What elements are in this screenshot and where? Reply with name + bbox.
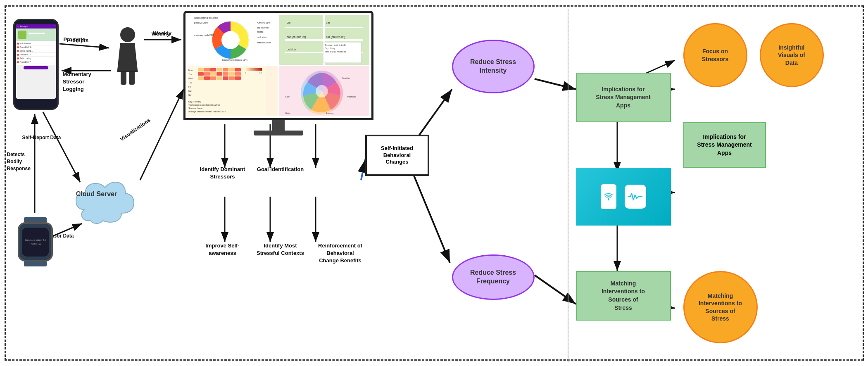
svg-rect-69 xyxy=(210,72,216,76)
monitor-base xyxy=(254,131,303,135)
svg-text:bad weather: bad weather xyxy=(257,41,271,44)
identify-dominant-label: Identify Dominant Stressors xyxy=(196,166,250,181)
svg-rect-70 xyxy=(216,72,222,76)
svg-text:sick child: sick child xyxy=(257,36,267,38)
svg-text:Night: Night xyxy=(285,112,290,114)
watch-body: Episodes today: 11 Privacy: ●●● xyxy=(18,222,53,261)
svg-text:0.8: 0.8 xyxy=(259,72,262,74)
donut-chart: Others 11% no internet traffic sick chil… xyxy=(188,15,278,65)
svg-rect-60 xyxy=(198,68,204,71)
phone-device: ← Prompts Not stressed Probably 29... Se… xyxy=(13,19,59,110)
implications-box: Implications for Stress Management Apps xyxy=(576,73,671,122)
section-divider xyxy=(568,9,568,362)
svg-text:Late: Late xyxy=(285,95,290,98)
svg-rect-75 xyxy=(204,76,210,80)
cloud-label: Cloud Server xyxy=(55,190,138,198)
svg-line-8 xyxy=(140,89,183,180)
svg-text:Wed: Wed xyxy=(188,77,193,80)
svg-point-27 xyxy=(221,31,240,49)
svg-rect-65 xyxy=(229,68,235,71)
svg-text:Day: Friday: Day: Friday xyxy=(325,47,335,50)
main-diagram: ← Prompts Not stressed Probably 29... Se… xyxy=(5,5,864,361)
matching-interventions-box: Matching Interventions to Sources of Str… xyxy=(576,271,671,321)
svg-text:Fri: Fri xyxy=(188,86,191,88)
svg-rect-61 xyxy=(204,68,210,71)
phone-screen-map xyxy=(16,29,56,41)
phone-screen-list: Not stressed Probably 29... Select ratin… xyxy=(16,41,56,65)
svg-line-18 xyxy=(535,79,576,89)
watch-band-bottom xyxy=(24,261,47,266)
weekly-arrow-label: Weekly xyxy=(153,30,172,36)
svg-rect-77 xyxy=(216,76,222,80)
svg-rect-68 xyxy=(204,72,210,76)
svg-text:Morning: Morning xyxy=(342,77,350,79)
phone-button xyxy=(24,66,48,69)
svg-text:no internet: no internet xyxy=(257,26,269,29)
phone-icon xyxy=(601,184,616,209)
svg-text:Average stressed minutes per h: Average stressed minutes per hour: 5.42 xyxy=(188,110,226,113)
svg-text:positive 25%: positive 25% xyxy=(194,21,209,24)
person-body xyxy=(117,43,138,72)
person-leg-right xyxy=(129,72,135,85)
phone-screen-title: Prompts xyxy=(20,25,28,28)
svg-rect-73 xyxy=(235,72,241,76)
monitor: Others 11% no internet traffic sick chil… xyxy=(183,11,373,139)
person-legs xyxy=(113,72,142,85)
reinforcement-label: Reinforcement of Behavioral Change Benef… xyxy=(309,242,371,265)
goal-identification-label: Goal Identification xyxy=(254,166,307,173)
svg-line-15 xyxy=(361,159,365,180)
svg-text:Afternoon: Afternoon xyxy=(347,95,356,98)
svg-text:approaching deadline: approaching deadline xyxy=(194,17,218,19)
phone-icon-group xyxy=(601,184,616,209)
cloud-svg xyxy=(55,172,138,230)
list-item: Probably 29... xyxy=(17,45,55,49)
phone-screen: ← Prompts Not stressed Probably 29... Se… xyxy=(16,24,56,99)
svg-rect-79 xyxy=(229,76,235,80)
identify-stressful-label: Identify Most Stressful Contexts xyxy=(252,242,309,257)
cloud-server: Cloud Server xyxy=(55,172,138,230)
improve-self-awareness-label: Improve Self- awareness xyxy=(194,242,252,257)
visualizations-label: Visualizations xyxy=(119,117,151,143)
svg-line-19 xyxy=(535,275,576,304)
svg-text:Sat: Sat xyxy=(188,90,192,92)
svg-text:Thu: Thu xyxy=(188,81,192,84)
watch-icon xyxy=(625,185,646,209)
list-item: Probably 37 xyxy=(17,60,55,64)
person-leg-left xyxy=(121,72,126,85)
svg-rect-74 xyxy=(198,76,204,80)
svg-text:Top Stressors: conflict with p: Top Stressors: conflict with partner xyxy=(188,104,220,106)
insightful-visuals-circle: Insightful Visuals of Data xyxy=(760,23,824,87)
svg-line-17 xyxy=(411,168,450,263)
reduce-stress-intensity: Reduce Stress Intensity xyxy=(452,40,535,93)
svg-text:Evening: Evening xyxy=(326,112,333,114)
svg-rect-66 xyxy=(235,68,241,71)
svg-text:Tue: Tue xyxy=(188,73,192,76)
focus-on-stressors-circle: Focus on Stressors xyxy=(683,23,747,87)
svg-text:Stressor: home: Stressor: home xyxy=(188,107,202,109)
svg-text:household chores 10%: household chores 10% xyxy=(222,59,248,61)
svg-rect-67 xyxy=(198,72,204,76)
reduce-stress-frequency: Reduce Stress Frequency xyxy=(452,254,535,300)
watch-icon-group xyxy=(625,185,646,209)
svg-rect-62 xyxy=(210,68,216,71)
self-initiated-box: Self-Initiated Behavioral Changes xyxy=(365,135,429,176)
svg-text:Stressor: stuck in traffic: Stressor: stuck in traffic xyxy=(325,44,346,46)
svg-text:Time of Day: Afternoon: Time of Day: Afternoon xyxy=(325,50,346,53)
self-report-label: Self-Report Data xyxy=(22,135,61,140)
watch-screen: Episodes today: 11 Privacy: ●●● xyxy=(22,228,49,257)
implications-circle-right: Implications for Stress Management Apps xyxy=(683,122,766,168)
monitor-screen: Others 11% no internet traffic sick chil… xyxy=(183,11,373,120)
svg-rect-80 xyxy=(235,76,241,80)
matching-interventions-circle: Matching Interventions to Sources of Str… xyxy=(683,271,758,343)
svg-text:car (church lot): car (church lot) xyxy=(326,36,345,39)
list-item: Select rating... xyxy=(17,49,55,53)
person-head xyxy=(120,27,135,42)
svg-rect-78 xyxy=(223,76,228,80)
radial-chart: Morning Afternoon Evening Night Late xyxy=(279,66,369,116)
prompts-arrow-label: Prompts xyxy=(67,37,89,43)
svg-rect-71 xyxy=(223,72,228,76)
svg-text:car: car xyxy=(326,21,330,24)
svg-rect-85 xyxy=(245,68,262,71)
svg-rect-64 xyxy=(223,68,228,71)
person-figure xyxy=(113,27,142,81)
